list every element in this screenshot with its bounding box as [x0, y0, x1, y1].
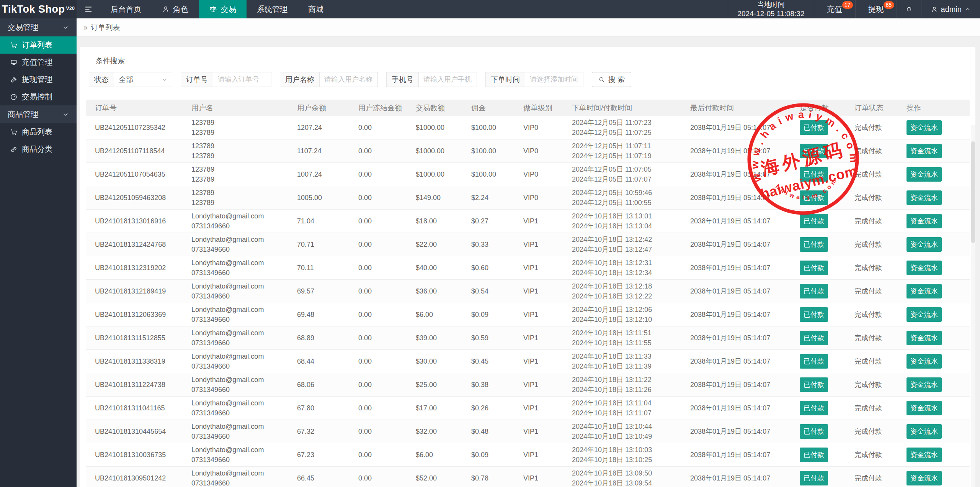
username-line1: Londythato@gmail.com	[191, 234, 292, 244]
paid-status-button[interactable]: 已付款	[800, 284, 828, 298]
nav-item-home[interactable]: 后台首页	[100, 0, 152, 18]
cell-order-pay-time: 2024年12月05日 10:59:46 2024年12月05日 11:00:5…	[570, 186, 688, 210]
status-selected-value: 全部	[119, 75, 133, 85]
order-time: 2024年10月18日 13:12:42	[572, 234, 686, 244]
fund-flow-button[interactable]: 资金流水	[906, 424, 942, 439]
nav-item-roles[interactable]: 角色	[152, 0, 199, 18]
sidebar-item-withdraw[interactable]: 提现管理	[0, 71, 77, 88]
fund-flow-button[interactable]: 资金流水	[906, 471, 942, 485]
sidebar-item-goods-category[interactable]: 商品分类	[0, 141, 77, 158]
fund-flow-button[interactable]: 资金流水	[906, 167, 942, 182]
sidebar-item-goods-list[interactable]: 商品列表	[0, 123, 77, 141]
fund-flow-button[interactable]: 资金流水	[906, 214, 942, 228]
sidebar-group-label: 商品管理	[8, 109, 38, 120]
paid-status-button[interactable]: 已付款	[800, 377, 828, 392]
cell-balance: 67.80	[295, 397, 356, 420]
paid-status-button[interactable]: 已付款	[800, 261, 828, 275]
sidebar-item-recharge[interactable]: 充值管理	[0, 54, 77, 71]
username-line1: Londythato@gmail.com	[191, 351, 292, 361]
sidebar-item-trade-control[interactable]: 交易控制	[0, 88, 77, 105]
app-logo-text: TikTok Shop	[2, 3, 65, 15]
fund-flow-button[interactable]: 资金流水	[906, 377, 942, 392]
withdraw-shortcut[interactable]: 提现 65	[855, 0, 897, 18]
order-time-input[interactable]	[525, 72, 583, 87]
cell-level: VIP0	[521, 186, 570, 210]
order-time: 2024年10月18日 13:09:50	[572, 468, 686, 478]
paid-status-button[interactable]: 已付款	[800, 424, 828, 439]
nav-item-trade[interactable]: 交易	[199, 0, 247, 18]
cell-order-status: 完成付款	[852, 443, 904, 467]
paid-status-button[interactable]: 已付款	[800, 214, 828, 228]
fund-flow-button[interactable]: 资金流水	[906, 448, 942, 462]
paid-status-button[interactable]: 已付款	[800, 401, 828, 415]
fund-flow-button[interactable]: 资金流水	[906, 261, 942, 275]
fund-flow-button[interactable]: 资金流水	[906, 144, 942, 158]
pay-time: 2024年10月18日 13:12:47	[572, 244, 686, 254]
cell-commission: $100.00	[469, 163, 521, 186]
table-row: UB2412051107235342 123789 123789 1207.24…	[86, 116, 970, 139]
cell-balance: 1007.24	[295, 163, 356, 186]
sidebar-collapse-button[interactable]	[77, 0, 100, 18]
nav-label: 系统管理	[257, 4, 287, 15]
recharge-badge: 17	[842, 1, 853, 9]
order-time: 2024年10月18日 13:13:01	[572, 211, 686, 221]
sidebar-group-label: 交易管理	[8, 22, 38, 33]
fund-flow-button[interactable]: 资金流水	[906, 284, 942, 298]
cell-paid: 已付款	[797, 186, 852, 210]
sidebar-group-trade[interactable]: 交易管理	[0, 18, 77, 36]
fund-flow-button[interactable]: 资金流水	[906, 401, 942, 415]
cell-order-no: UB2410181309501242	[86, 467, 189, 487]
sidebar-item-order-list[interactable]: 订单列表	[0, 36, 77, 54]
username-line1: Londythato@gmail.com	[191, 328, 292, 338]
username-input[interactable]	[320, 72, 378, 87]
search-button[interactable]: 搜 索	[592, 72, 631, 87]
order-no-input[interactable]	[213, 72, 271, 87]
paid-status-button[interactable]: 已付款	[800, 354, 828, 369]
cell-order-pay-time: 2024年10月18日 13:12:31 2024年10月18日 13:12:3…	[570, 256, 688, 280]
sidebar-group-goods[interactable]: 商品管理	[0, 105, 77, 123]
fund-flow-button[interactable]: 资金流水	[906, 307, 942, 322]
cell-order-no: UB2410181311512855	[86, 326, 189, 350]
paid-status-button[interactable]: 已付款	[800, 237, 828, 252]
breadcrumb-arrow-icon: »	[83, 23, 88, 32]
cell-amount: $17.00	[413, 397, 469, 420]
paid-status-button[interactable]: 已付款	[800, 190, 828, 205]
cell-order-no: UB2410181311041165	[86, 397, 189, 420]
nav-item-system[interactable]: 系统管理	[247, 0, 298, 18]
paid-status-button[interactable]: 已付款	[800, 471, 828, 485]
username-line2: 0731349660	[191, 244, 292, 254]
scrollbar-thumb[interactable]	[971, 141, 975, 243]
username-line2: 0731349660	[191, 361, 292, 371]
refresh-button[interactable]	[897, 0, 921, 18]
cell-level: VIP1	[521, 210, 570, 233]
fund-flow-button[interactable]: 资金流水	[906, 190, 942, 205]
user-menu[interactable]: admin	[921, 0, 980, 18]
paid-status-button[interactable]: 已付款	[800, 448, 828, 462]
fund-flow-button[interactable]: 资金流水	[906, 237, 942, 252]
column-header: 订单状态	[852, 100, 904, 116]
top-nav: 后台首页 角色 交易 系统管理 商城	[100, 0, 334, 18]
fund-flow-button[interactable]: 资金流水	[906, 331, 942, 345]
pay-time: 2024年10月18日 13:11:55	[572, 338, 686, 348]
cell-username: Londythato@gmail.com 0731349660	[189, 233, 295, 256]
username-line2: 123789	[191, 198, 292, 208]
recharge-shortcut[interactable]: 充值 17	[814, 0, 855, 18]
nav-item-mall[interactable]: 商城	[298, 0, 334, 18]
table-scrollbar[interactable]	[971, 125, 975, 487]
paid-status-button[interactable]: 已付款	[800, 307, 828, 322]
paid-status-button[interactable]: 已付款	[800, 167, 828, 182]
cell-last-pay-time: 2038年01月19日 05:14:07	[688, 443, 797, 467]
table-row: UB2410181309501242 Londythato@gmail.com …	[86, 467, 970, 487]
order-time: 2024年10月18日 13:11:33	[572, 351, 686, 361]
cell-frozen: 0.00	[356, 280, 413, 303]
paid-status-button[interactable]: 已付款	[800, 144, 828, 158]
phone-input[interactable]	[419, 72, 477, 87]
paid-status-button[interactable]: 已付款	[800, 120, 828, 135]
status-select[interactable]: 全部	[114, 72, 172, 87]
pay-time: 2024年12月05日 11:07:07	[572, 174, 686, 184]
fund-flow-button[interactable]: 资金流水	[906, 354, 942, 369]
fund-flow-button[interactable]: 资金流水	[906, 120, 942, 135]
nav-label: 商城	[308, 4, 323, 15]
paid-status-button[interactable]: 已付款	[800, 331, 828, 345]
table-row: UB2410181312424768 Londythato@gmail.com …	[86, 233, 970, 256]
